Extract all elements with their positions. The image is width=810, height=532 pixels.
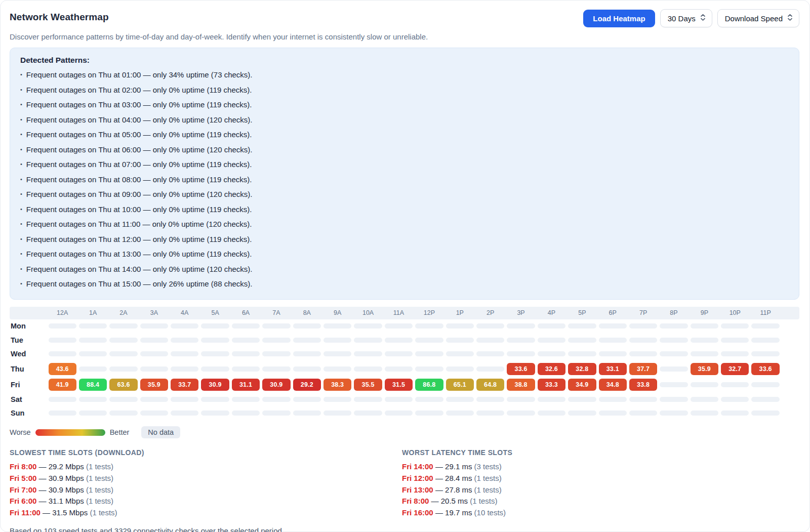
patterns-heading: Detected Patterns: xyxy=(20,56,789,65)
heatmap-hour-header: 12A1A2A3A4A5A6A7A8A9A10A11A12P1P2P3P4P5P… xyxy=(10,307,799,319)
heatmap-cell-empty xyxy=(476,351,504,356)
heatmap-cell[interactable]: 37.7 xyxy=(629,363,657,375)
heatmap-cell-empty xyxy=(629,351,657,356)
heatmap-cell-slot xyxy=(597,397,628,402)
heatmap-cell-empty xyxy=(599,338,627,343)
heatmap-cell-empty xyxy=(293,323,321,329)
slot-test-count: (1 tests) xyxy=(470,497,497,505)
load-heatmap-button[interactable]: Load Heatmap xyxy=(583,10,655,27)
slot-test-count: (1 tests) xyxy=(474,485,502,494)
heatmap-cell-slot xyxy=(689,382,719,387)
heatmap-cell-empty xyxy=(629,397,657,402)
heatmap-cell-slot xyxy=(597,411,628,416)
heatmap-cell-slot xyxy=(414,411,444,416)
heatmap-cell-empty xyxy=(262,411,290,416)
heatmap-cell[interactable]: 30.9 xyxy=(262,379,290,391)
heatmap-cell-empty xyxy=(446,338,474,343)
slot-test-count: (1 tests) xyxy=(86,497,113,505)
chevron-up-down-icon xyxy=(787,14,793,23)
heatmap-cell[interactable]: 35.9 xyxy=(140,379,168,391)
heatmap-cell-empty xyxy=(323,411,351,416)
heatmap-cell-empty xyxy=(476,366,504,372)
heatmap-cell[interactable]: 29.2 xyxy=(293,379,321,391)
heatmap-cell[interactable]: 32.6 xyxy=(538,363,565,375)
heatmap-cell[interactable]: 41.9 xyxy=(49,379,76,391)
heatmap-cell-slot xyxy=(720,382,750,387)
heatmap-cell[interactable]: 33.1 xyxy=(599,363,627,375)
heatmap-cell[interactable]: 38.3 xyxy=(323,379,351,391)
heatmap-cell-slot xyxy=(444,323,475,329)
heatmap-cell-empty xyxy=(568,397,596,402)
heatmap-cell-empty xyxy=(385,323,413,329)
heatmap-cell-slot xyxy=(353,338,383,343)
heatmap-cell-empty xyxy=(721,382,749,387)
heatmap-cell-empty xyxy=(599,351,627,356)
heatmap-cell[interactable]: 35.9 xyxy=(691,363,718,375)
pattern-item: Frequent outages on Thu at 07:00 — only … xyxy=(20,157,789,173)
heatmap-cell-slot xyxy=(261,366,292,372)
heatmap-cell[interactable]: 63.6 xyxy=(109,379,137,391)
heatmap-cell-empty xyxy=(323,338,351,343)
heatmap-cell-empty xyxy=(79,338,107,343)
pattern-item: Frequent outages on Thu at 12:00 — only … xyxy=(20,232,789,248)
slot-value: — 28.4 ms xyxy=(435,474,472,482)
heatmap-cell[interactable]: 64.8 xyxy=(476,379,504,391)
heatmap-cell-slot xyxy=(720,397,750,402)
slot-item: Fri 8:00 — 29.2 Mbps (1 tests) xyxy=(10,461,402,473)
heatmap-cell[interactable]: 32.8 xyxy=(568,363,596,375)
heatmap-cell-empty xyxy=(109,397,137,402)
heatmap-cell[interactable]: 33.6 xyxy=(507,363,535,375)
heatmap-cell-empty xyxy=(354,397,382,402)
heatmap-cell-empty xyxy=(140,323,168,329)
heatmap-cell-slot xyxy=(720,351,750,356)
heatmap-cell[interactable]: 88.4 xyxy=(79,379,107,391)
heatmap-cell[interactable]: 65.1 xyxy=(446,379,474,391)
heatmap-row: Tue xyxy=(10,333,799,347)
slot-test-count: (10 tests) xyxy=(474,508,506,517)
heatmap-cell[interactable]: 38.8 xyxy=(507,379,535,391)
detected-patterns-box: Detected Patterns: Frequent outages on T… xyxy=(10,48,799,300)
heatmap-cell-slot xyxy=(353,397,383,402)
heatmap-cell[interactable]: 30.9 xyxy=(201,379,229,391)
heatmap-cell-slot: 30.9 xyxy=(261,379,292,391)
heatmap-cell[interactable]: 31.5 xyxy=(385,379,413,391)
heatmap-cell-empty xyxy=(262,338,290,343)
hour-label: 12P xyxy=(414,309,444,316)
heatmap-cell-empty xyxy=(415,338,443,343)
heatmap-cell[interactable]: 33.7 xyxy=(171,379,198,391)
heatmap-cell-empty xyxy=(79,351,107,356)
time-slot-summaries: SLOWEST TIME SLOTS (DOWNLOAD) Fri 8:00 —… xyxy=(10,448,799,519)
heatmap-cell-empty xyxy=(629,338,657,343)
metric-select[interactable]: Download Speed xyxy=(717,9,799,27)
hour-label: 11P xyxy=(750,309,781,316)
legend-worse-label: Worse xyxy=(10,428,31,436)
heatmap-cell-empty xyxy=(415,366,443,372)
heatmap-cell[interactable]: 35.5 xyxy=(354,379,382,391)
heatmap-cell[interactable]: 34.9 xyxy=(568,379,596,391)
heatmap-cell[interactable]: 86.8 xyxy=(415,379,443,391)
slot-item: Fri 7:00 — 30.9 Mbps (1 tests) xyxy=(10,484,402,496)
heatmap-cell-slot xyxy=(750,351,781,356)
heatmap-cell-slot xyxy=(659,338,689,343)
heatmap-cell-slot xyxy=(139,338,169,343)
heatmap-cell-slot xyxy=(536,411,566,416)
heatmap-cell[interactable]: 31.1 xyxy=(232,379,260,391)
heatmap-cell[interactable]: 34.8 xyxy=(599,379,627,391)
heatmap-cell-slot: 34.9 xyxy=(567,379,597,391)
heatmap-cell[interactable]: 33.6 xyxy=(751,363,779,375)
heatmap-cell-slot xyxy=(353,351,383,356)
time-range-select[interactable]: 30 Days xyxy=(660,9,712,27)
heatmap-cell[interactable]: 32.7 xyxy=(721,363,749,375)
heatmap-cell-slot: 32.6 xyxy=(536,363,566,375)
heatmap-cell[interactable]: 33.3 xyxy=(538,379,565,391)
heatmap-cell-empty xyxy=(446,397,474,402)
heatmap-cell-slot xyxy=(414,397,444,402)
heatmap-cell-slot: 35.9 xyxy=(139,379,169,391)
heatmap-cell[interactable]: 33.8 xyxy=(629,379,657,391)
heatmap-cell-slot xyxy=(659,366,689,372)
heatmap-cell[interactable]: 43.6 xyxy=(49,363,76,375)
heatmap-cell-slot xyxy=(200,397,230,402)
heatmap-cell-slot xyxy=(261,338,292,343)
slot-value: — 30.9 Mbps xyxy=(39,485,84,494)
heatmap-cell-slot xyxy=(506,397,536,402)
